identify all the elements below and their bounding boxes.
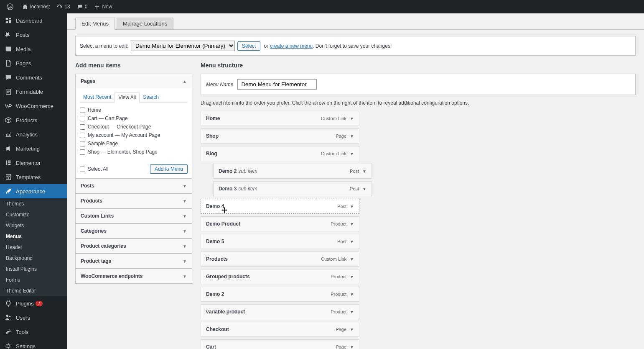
caret-up-icon: ▲: [183, 79, 187, 84]
page-checkbox[interactable]: [80, 141, 85, 146]
accordion-header[interactable]: Product categories▼: [76, 239, 192, 253]
page-check-row[interactable]: Checkout — Checkout Page: [80, 123, 188, 131]
page-check-row[interactable]: Home: [80, 106, 188, 114]
chevron-down-icon[interactable]: ▼: [350, 275, 354, 279]
menu-item-demo-2[interactable]: Demo 2sub itemPost▼: [213, 164, 372, 179]
chart-icon: [4, 131, 13, 138]
accordion-header[interactable]: Product tags▼: [76, 254, 192, 268]
accordion-header[interactable]: WooCommerce endpoints▼: [76, 269, 192, 283]
sidebar-item-templates[interactable]: Templates: [0, 170, 67, 184]
wp-logo[interactable]: [3, 0, 19, 13]
menu-item-subtext: sub item: [238, 186, 257, 192]
sidebar-sub-forms[interactable]: Forms: [0, 275, 67, 285]
admin-bar: localhost 13 0 New: [0, 0, 644, 13]
sidebar-sub-theme-editor[interactable]: Theme Editor: [0, 285, 67, 296]
chevron-down-icon[interactable]: ▼: [362, 169, 367, 174]
menu-item-cart[interactable]: CartPage▼: [201, 339, 359, 349]
sidebar-item-plugins[interactable]: Plugins7: [0, 296, 67, 311]
page-checkbox[interactable]: [80, 149, 85, 155]
menu-item-demo-product[interactable]: Demo ProductProduct▼: [201, 216, 359, 231]
chevron-down-icon[interactable]: ▼: [350, 257, 354, 262]
page-check-row[interactable]: Shop — Elementor, Shop Page: [80, 148, 188, 156]
chevron-down-icon[interactable]: ▼: [350, 345, 354, 349]
pages-tab-all[interactable]: View All: [115, 92, 140, 103]
sidebar-item-analytics[interactable]: Analytics: [0, 127, 67, 141]
accordion-header[interactable]: Custom Links▼: [76, 209, 192, 223]
chevron-down-icon[interactable]: ▼: [362, 187, 367, 191]
select-all-row[interactable]: Select All: [80, 165, 108, 173]
sidebar-sub-customize[interactable]: Customize: [0, 209, 67, 220]
sidebar-item-formidable[interactable]: Formidable: [0, 85, 67, 99]
sidebar-sub-themes[interactable]: Themes: [0, 198, 67, 209]
menu-item-home[interactable]: HomeCustom Link▼: [201, 111, 359, 126]
structure-hint: Drag each item into the order you prefer…: [201, 100, 636, 106]
chevron-down-icon[interactable]: ▼: [350, 327, 354, 332]
menu-item-checkout[interactable]: CheckoutPage▼: [201, 322, 359, 337]
select-button[interactable]: Select: [237, 41, 260, 51]
sidebar-item-woocommerce[interactable]: WooCommerce: [0, 99, 67, 113]
sidebar-item-products[interactable]: Products: [0, 113, 67, 127]
sidebar-item-pages[interactable]: Pages: [0, 56, 67, 70]
sidebar-sub-background[interactable]: Background: [0, 253, 67, 264]
chevron-down-icon[interactable]: ▼: [350, 292, 354, 297]
sidebar-sub-install-plugins[interactable]: Install Plugins: [0, 264, 67, 275]
sidebar-item-appearance[interactable]: Appearance: [0, 184, 67, 198]
menu-item-products[interactable]: ProductsCustom Link▼: [201, 251, 359, 267]
sidebar-item-users[interactable]: Users: [0, 311, 67, 325]
menu-item-blog[interactable]: BlogCustom Link▼: [201, 146, 359, 161]
menu-item-grouped-products[interactable]: Grouped productsProduct▼: [201, 269, 359, 284]
page-check-row[interactable]: Sample Page: [80, 139, 188, 148]
sidebar-sub-menus[interactable]: Menus: [0, 231, 67, 242]
page-checkbox[interactable]: [80, 108, 85, 113]
accordion-header[interactable]: Products▼: [76, 194, 192, 208]
menu-item-demo-4[interactable]: Demo 4Post▼: [201, 199, 359, 214]
pages-tab-recent[interactable]: Most Recent: [80, 92, 115, 102]
sidebar-item-elementor[interactable]: Elementor: [0, 156, 67, 170]
page-checkbox[interactable]: [80, 116, 85, 121]
sidebar-item-dashboard[interactable]: Dashboard: [0, 13, 67, 28]
accordion-header[interactable]: Categories▼: [76, 224, 192, 238]
page-check-row[interactable]: My account — My Account Page: [80, 131, 188, 139]
menu-item-shop[interactable]: ShopPage▼: [201, 128, 359, 144]
chevron-down-icon[interactable]: ▼: [350, 310, 354, 314]
tab-edit-menus[interactable]: Edit Menus: [75, 18, 115, 30]
updates-link[interactable]: 13: [53, 0, 73, 13]
comments-link[interactable]: 0: [74, 0, 91, 13]
menu-item-label: Shop: [206, 133, 219, 139]
menu-item-demo-2[interactable]: Demo 2Product▼: [201, 287, 359, 302]
site-link[interactable]: localhost: [19, 0, 53, 13]
pages-tab-search[interactable]: Search: [140, 92, 162, 102]
menu-name-label: Menu Name: [206, 82, 233, 87]
sidebar-item-posts[interactable]: Posts: [0, 28, 67, 42]
menu-item-demo-3[interactable]: Demo 3sub itemPost▼: [213, 181, 372, 196]
create-menu-link[interactable]: create a new menu: [270, 43, 313, 49]
menu-name-input[interactable]: [237, 79, 317, 90]
sidebar-item-marketing[interactable]: Marketing: [0, 141, 67, 156]
sidebar-sub-header[interactable]: Header: [0, 242, 67, 253]
accordion-header[interactable]: Posts▼: [76, 179, 192, 193]
page-checkbox[interactable]: [80, 124, 85, 130]
chevron-down-icon[interactable]: ▼: [350, 134, 354, 139]
new-link[interactable]: New: [91, 0, 115, 13]
page-checkbox[interactable]: [80, 133, 85, 138]
accordion-pages-header[interactable]: Pages ▲: [76, 74, 192, 88]
chevron-down-icon[interactable]: ▼: [350, 116, 354, 121]
menu-item-type: Custom Link▼: [321, 257, 354, 262]
sidebar-sub-widgets[interactable]: Widgets: [0, 220, 67, 231]
add-to-menu-button[interactable]: Add to Menu: [150, 164, 188, 174]
tab-manage-locations[interactable]: Manage Locations: [117, 18, 173, 30]
page-check-row[interactable]: Cart — Cart Page: [80, 114, 188, 123]
sidebar-item-settings[interactable]: Settings: [0, 339, 67, 349]
menu-select[interactable]: Demo Menu for Elementor (Primary): [131, 41, 235, 51]
menu-item-variable-product[interactable]: variable productProduct▼: [201, 304, 359, 319]
sidebar-item-media[interactable]: Media: [0, 42, 67, 56]
sidebar-item-comments[interactable]: Comments: [0, 70, 67, 85]
select-all-checkbox[interactable]: [80, 167, 85, 172]
wordpress-icon: [7, 3, 13, 10]
menu-item-demo-5[interactable]: Demo 5Post▼: [201, 234, 359, 249]
chevron-down-icon[interactable]: ▼: [350, 239, 354, 244]
chevron-down-icon[interactable]: ▼: [350, 151, 354, 156]
sidebar-item-tools[interactable]: Tools: [0, 325, 67, 339]
chevron-down-icon[interactable]: ▼: [350, 222, 354, 226]
chevron-down-icon[interactable]: ▼: [350, 204, 354, 209]
